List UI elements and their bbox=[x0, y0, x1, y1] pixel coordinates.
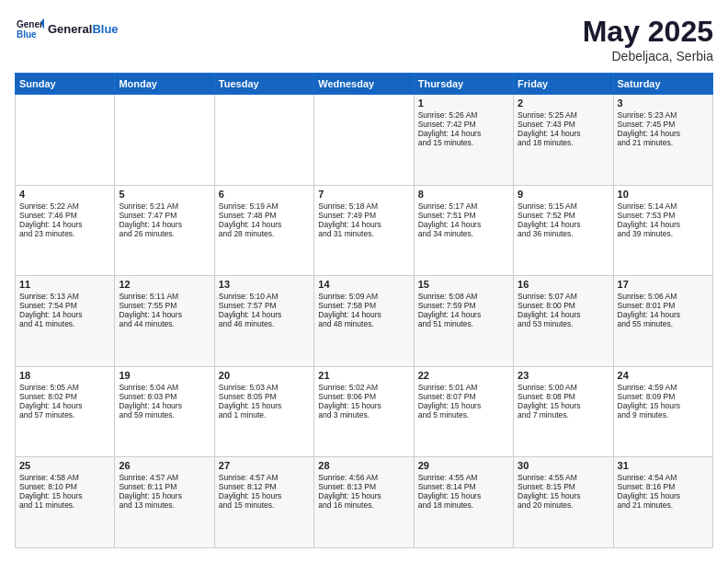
day-info: Daylight: 15 hours bbox=[318, 401, 409, 410]
col-monday: Monday bbox=[115, 74, 214, 95]
day-info: Sunrise: 5:25 AM bbox=[518, 110, 609, 120]
day-info: and 1 minute. bbox=[219, 410, 310, 419]
day-number: 27 bbox=[219, 460, 310, 471]
table-row: 29Sunrise: 4:55 AMSunset: 8:14 PMDayligh… bbox=[414, 457, 513, 548]
table-row: 26Sunrise: 4:57 AMSunset: 8:11 PMDayligh… bbox=[115, 457, 214, 548]
day-info: Sunrise: 5:23 AM bbox=[618, 110, 709, 120]
day-info: and 55 minutes. bbox=[618, 319, 709, 328]
col-friday: Friday bbox=[514, 74, 613, 95]
day-info: Sunset: 7:45 PM bbox=[618, 120, 709, 129]
day-info: Sunset: 8:03 PM bbox=[119, 392, 210, 401]
calendar-header-row: Sunday Monday Tuesday Wednesday Thursday… bbox=[16, 74, 713, 95]
day-info: and 13 minutes. bbox=[119, 500, 210, 510]
day-info: Sunset: 7:53 PM bbox=[618, 211, 709, 220]
day-info: and 5 minutes. bbox=[418, 410, 509, 419]
day-info: and 36 minutes. bbox=[518, 229, 609, 238]
day-info: Sunrise: 5:04 AM bbox=[119, 383, 210, 392]
day-number: 18 bbox=[19, 370, 110, 381]
table-row bbox=[214, 95, 313, 186]
col-saturday: Saturday bbox=[613, 74, 712, 95]
day-info: Sunrise: 4:59 AM bbox=[618, 383, 709, 392]
day-info: Daylight: 14 hours bbox=[19, 310, 110, 319]
day-number: 21 bbox=[318, 370, 409, 381]
day-info: Sunrise: 5:26 AM bbox=[418, 110, 509, 120]
day-info: Sunrise: 5:08 AM bbox=[418, 292, 509, 301]
day-number: 29 bbox=[418, 460, 509, 471]
table-row: 4Sunrise: 5:22 AMSunset: 7:46 PMDaylight… bbox=[16, 185, 115, 276]
day-number: 5 bbox=[119, 189, 210, 200]
table-row: 10Sunrise: 5:14 AMSunset: 7:53 PMDayligh… bbox=[613, 185, 712, 276]
day-info: Daylight: 14 hours bbox=[618, 310, 709, 319]
day-info: Sunset: 8:05 PM bbox=[219, 392, 310, 401]
day-info: Daylight: 15 hours bbox=[518, 401, 609, 410]
day-info: and 44 minutes. bbox=[119, 319, 210, 328]
day-info: and 15 minutes. bbox=[418, 138, 509, 147]
day-info: Sunset: 7:42 PM bbox=[418, 120, 509, 129]
table-row: 25Sunrise: 4:58 AMSunset: 8:10 PMDayligh… bbox=[16, 457, 115, 548]
day-info: Sunrise: 5:15 AM bbox=[518, 201, 609, 211]
day-info: Sunset: 8:16 PM bbox=[618, 482, 709, 491]
day-info: Sunrise: 5:14 AM bbox=[618, 201, 709, 211]
day-info: Daylight: 15 hours bbox=[618, 491, 709, 500]
day-info: Sunset: 7:54 PM bbox=[19, 301, 110, 310]
day-number: 23 bbox=[518, 370, 609, 381]
day-info: and 16 minutes. bbox=[318, 500, 409, 510]
day-info: Daylight: 14 hours bbox=[318, 310, 409, 319]
day-number: 3 bbox=[618, 98, 709, 109]
table-row: 8Sunrise: 5:17 AMSunset: 7:51 PMDaylight… bbox=[414, 185, 513, 276]
day-number: 20 bbox=[219, 370, 310, 381]
day-info: Sunrise: 4:57 AM bbox=[119, 473, 210, 482]
day-info: Daylight: 14 hours bbox=[518, 129, 609, 138]
day-info: Daylight: 14 hours bbox=[618, 129, 709, 138]
day-info: Sunset: 8:13 PM bbox=[318, 482, 409, 491]
day-info: Daylight: 15 hours bbox=[219, 491, 310, 500]
table-row: 20Sunrise: 5:03 AMSunset: 8:05 PMDayligh… bbox=[214, 366, 313, 457]
day-info: Daylight: 14 hours bbox=[119, 310, 210, 319]
day-number: 19 bbox=[119, 370, 210, 381]
day-info: Daylight: 15 hours bbox=[219, 401, 310, 410]
day-info: and 15 minutes. bbox=[219, 500, 310, 510]
day-info: Sunset: 7:51 PM bbox=[418, 211, 509, 220]
day-info: and 23 minutes. bbox=[19, 229, 110, 238]
day-info: Sunrise: 4:58 AM bbox=[19, 473, 110, 482]
day-info: and 26 minutes. bbox=[119, 229, 210, 238]
day-info: and 41 minutes. bbox=[19, 319, 110, 328]
col-wednesday: Wednesday bbox=[314, 74, 414, 95]
day-info: Sunrise: 5:10 AM bbox=[219, 292, 310, 301]
table-row: 9Sunrise: 5:15 AMSunset: 7:52 PMDaylight… bbox=[514, 185, 613, 276]
day-info: Daylight: 14 hours bbox=[518, 310, 609, 319]
logo-blue: Blue bbox=[92, 22, 118, 36]
day-info: Daylight: 15 hours bbox=[418, 491, 509, 500]
day-number: 4 bbox=[19, 189, 110, 200]
day-info: Daylight: 15 hours bbox=[618, 401, 709, 410]
table-row: 12Sunrise: 5:11 AMSunset: 7:55 PMDayligh… bbox=[115, 276, 214, 367]
day-number: 1 bbox=[418, 98, 509, 109]
day-info: Sunset: 8:07 PM bbox=[418, 392, 509, 401]
day-info: and 21 minutes. bbox=[618, 138, 709, 147]
table-row bbox=[314, 95, 414, 186]
table-row bbox=[16, 95, 115, 186]
table-row bbox=[115, 95, 214, 186]
day-info: Sunrise: 5:11 AM bbox=[119, 292, 210, 301]
svg-text:General: General bbox=[17, 19, 44, 29]
day-info: Sunrise: 4:55 AM bbox=[518, 473, 609, 482]
day-number: 10 bbox=[618, 189, 709, 200]
day-info: and 18 minutes. bbox=[518, 138, 609, 147]
day-info: Daylight: 14 hours bbox=[119, 401, 210, 410]
day-info: Sunrise: 5:06 AM bbox=[618, 292, 709, 301]
table-row: 24Sunrise: 4:59 AMSunset: 8:09 PMDayligh… bbox=[613, 366, 712, 457]
table-row: 3Sunrise: 5:23 AMSunset: 7:45 PMDaylight… bbox=[613, 95, 712, 186]
day-info: Sunset: 8:12 PM bbox=[219, 482, 310, 491]
day-info: Sunset: 7:59 PM bbox=[418, 301, 509, 310]
day-number: 14 bbox=[318, 279, 409, 290]
day-info: Sunrise: 5:21 AM bbox=[119, 201, 210, 211]
day-info: and 48 minutes. bbox=[318, 319, 409, 328]
day-info: Daylight: 14 hours bbox=[219, 220, 310, 229]
day-info: Sunrise: 5:03 AM bbox=[219, 383, 310, 392]
day-info: Sunset: 7:47 PM bbox=[119, 211, 210, 220]
day-info: Daylight: 15 hours bbox=[518, 491, 609, 500]
day-info: Sunrise: 5:22 AM bbox=[19, 201, 110, 211]
day-info: Daylight: 15 hours bbox=[119, 491, 210, 500]
day-info: Daylight: 14 hours bbox=[19, 401, 110, 410]
day-number: 6 bbox=[219, 189, 310, 200]
